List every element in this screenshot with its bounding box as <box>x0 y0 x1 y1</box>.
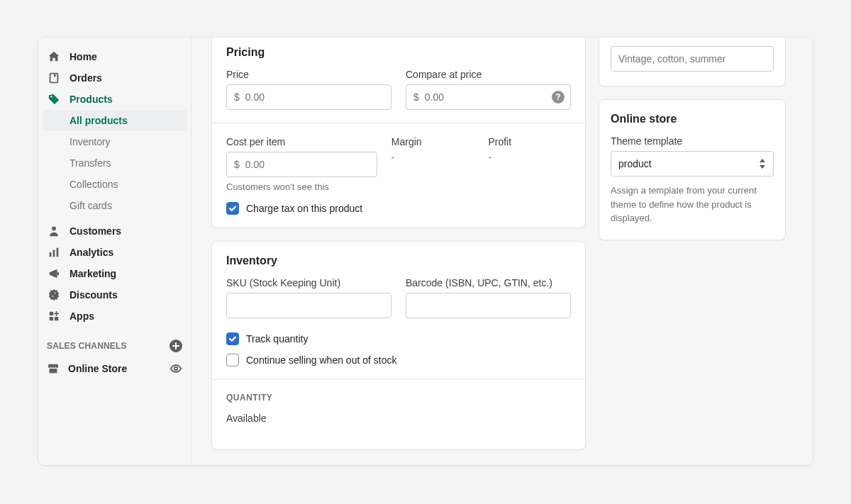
svg-rect-6 <box>55 317 58 320</box>
orders-icon <box>47 71 61 85</box>
currency-symbol: $ <box>413 91 419 103</box>
subnav-inventory[interactable]: Inventory <box>38 131 191 152</box>
nav-customers[interactable]: Customers <box>38 220 191 242</box>
main-content: Pricing Price $ Compare at price <box>191 38 813 465</box>
subnav-label: Inventory <box>69 136 111 147</box>
online-store-title: Online store <box>611 113 774 125</box>
discounts-icon <box>47 288 61 302</box>
channel-online-store[interactable]: Online Store <box>38 358 191 379</box>
price-input[interactable] <box>245 85 384 109</box>
online-store-card: Online store Theme template product Assi… <box>599 99 786 240</box>
pricing-title: Pricing <box>226 46 571 59</box>
compare-price-label: Compare at price <box>406 69 571 80</box>
nav-apps[interactable]: Apps <box>38 306 191 327</box>
theme-template-select[interactable]: product <box>611 151 774 177</box>
center-column: Pricing Price $ Compare at price <box>211 38 586 465</box>
inventory-card: Inventory SKU (Stock Keeping Unit) Barco… <box>211 241 586 450</box>
nav-label: Home <box>69 51 97 62</box>
svg-point-1 <box>52 227 56 231</box>
nav-label: Customers <box>69 225 121 237</box>
svg-rect-3 <box>53 250 55 257</box>
nav-analytics[interactable]: Analytics <box>38 242 191 263</box>
apps-icon <box>47 309 61 323</box>
subnav-label: Collections <box>69 179 118 190</box>
svg-rect-4 <box>57 248 59 257</box>
barcode-input-wrap[interactable] <box>406 293 571 318</box>
subnav-label: All products <box>69 115 128 126</box>
sku-input-wrap[interactable] <box>226 293 391 318</box>
customers-icon <box>47 224 61 238</box>
home-icon <box>47 50 61 64</box>
continue-selling-checkbox[interactable] <box>226 354 239 366</box>
sku-input[interactable] <box>234 293 384 318</box>
track-quantity-label: Track quantity <box>246 333 308 345</box>
view-store-button[interactable] <box>169 362 182 375</box>
svg-rect-7 <box>50 317 53 320</box>
section-label-text: SALES CHANNELS <box>47 341 127 351</box>
store-icon <box>47 362 60 375</box>
nav-marketing[interactable]: Marketing <box>38 263 191 284</box>
channel-label: Online Store <box>68 363 127 374</box>
right-column: Online store Theme template product Assi… <box>599 38 786 465</box>
charge-tax-checkbox[interactable] <box>226 202 239 215</box>
subnav-label: Gift cards <box>69 200 112 211</box>
products-icon <box>47 92 61 106</box>
theme-template-label: Theme template <box>611 135 682 147</box>
nav-label: Apps <box>69 310 94 322</box>
nav-label: Products <box>69 94 113 105</box>
tags-input-wrap[interactable] <box>611 46 774 72</box>
compare-price-help-icon[interactable]: ? <box>552 91 564 103</box>
subnav-gift-cards[interactable]: Gift cards <box>38 195 191 216</box>
price-label: Price <box>226 69 391 80</box>
nav-label: Discounts <box>69 289 118 301</box>
svg-rect-2 <box>50 252 52 257</box>
cost-input[interactable] <box>245 152 369 177</box>
select-caret-icon <box>759 159 766 169</box>
pricing-card: Pricing Price $ Compare at price <box>211 38 586 228</box>
sidebar: Home Orders Products All products <box>38 38 191 465</box>
available-label: Available <box>226 413 571 424</box>
sales-channels-heading: SALES CHANNELS <box>38 330 191 358</box>
nav-orders[interactable]: Orders <box>38 67 191 89</box>
barcode-input[interactable] <box>413 293 563 318</box>
subnav-transfers[interactable]: Transfers <box>38 152 191 174</box>
svg-rect-5 <box>50 312 53 315</box>
currency-symbol: $ <box>234 159 240 170</box>
subnav-collections[interactable]: Collections <box>38 174 191 195</box>
nav-discounts[interactable]: Discounts <box>38 284 191 306</box>
products-subnav: All products Inventory Transfers Collect… <box>38 110 191 220</box>
inventory-title: Inventory <box>226 254 571 267</box>
cost-helper: Customers won't see this <box>226 181 377 192</box>
analytics-icon <box>47 245 61 259</box>
primary-nav: Home Orders Products All products <box>38 43 191 330</box>
app-frame: Home Orders Products All products <box>38 37 813 466</box>
barcode-label: Barcode (ISBN, UPC, GTIN, etc.) <box>406 277 571 289</box>
marketing-icon <box>47 267 61 281</box>
subnav-all-products[interactable]: All products <box>43 110 187 131</box>
compare-price-input[interactable] <box>425 85 563 109</box>
tags-input[interactable] <box>618 53 766 65</box>
compare-price-input-wrap[interactable]: $ ? <box>406 84 571 110</box>
sku-label: SKU (Stock Keeping Unit) <box>226 277 391 289</box>
subnav-label: Transfers <box>69 157 111 169</box>
cost-label: Cost per item <box>226 136 377 147</box>
nav-products[interactable]: Products <box>38 89 191 110</box>
profit-label: Profit <box>488 136 571 147</box>
track-quantity-checkbox[interactable] <box>226 332 239 345</box>
add-channel-button[interactable] <box>169 340 182 352</box>
nav-label: Analytics <box>69 247 113 258</box>
price-input-wrap[interactable]: $ <box>226 84 391 110</box>
margin-value: - <box>391 152 474 163</box>
continue-selling-label: Continue selling when out of stock <box>246 354 396 366</box>
profit-value: - <box>488 152 571 163</box>
tags-card <box>599 38 786 86</box>
currency-symbol: $ <box>234 91 240 103</box>
svg-point-8 <box>174 367 178 371</box>
charge-tax-label: Charge tax on this product <box>246 203 362 214</box>
nav-label: Orders <box>69 72 102 84</box>
cost-input-wrap[interactable]: $ <box>226 152 377 177</box>
quantity-heading: QUANTITY <box>226 393 571 403</box>
nav-home[interactable]: Home <box>38 46 191 67</box>
nav-label: Marketing <box>69 268 116 279</box>
theme-template-value: product <box>618 158 652 169</box>
